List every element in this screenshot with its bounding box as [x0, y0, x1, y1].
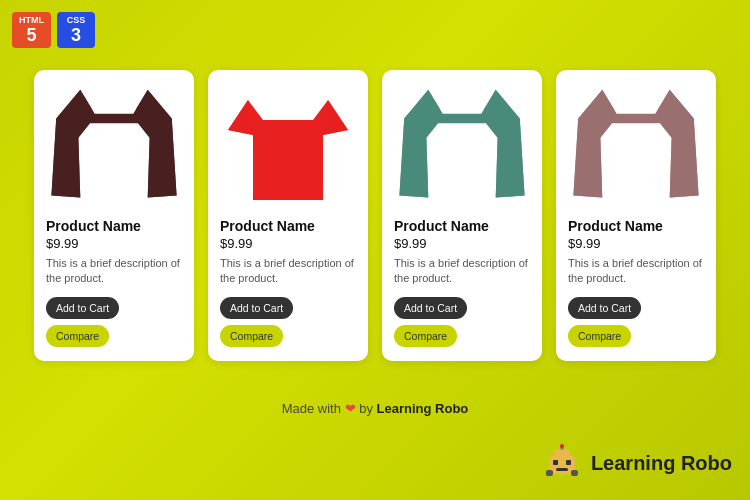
product-price: $9.99 — [46, 236, 79, 251]
robot-icon — [541, 442, 583, 484]
product-price: $9.99 — [220, 236, 253, 251]
product-actions: Add to Cart Compare — [220, 297, 356, 347]
product-grid: Product Name $9.99 This is a brief descr… — [0, 0, 750, 391]
by-text: by — [359, 401, 373, 416]
product-image — [568, 80, 704, 210]
product-price: $9.99 — [568, 236, 601, 251]
svg-rect-15 — [556, 468, 568, 471]
bottom-brand: Learning Robo — [541, 442, 732, 484]
html5-badge: HTML 5 — [12, 12, 51, 48]
product-image — [46, 80, 182, 210]
svg-marker-10 — [573, 90, 613, 198]
add-to-cart-button[interactable]: Add to Cart — [46, 297, 119, 319]
svg-rect-16 — [554, 449, 570, 459]
svg-marker-1 — [51, 90, 91, 198]
css-num: 3 — [71, 26, 81, 44]
product-card: Product Name $9.99 This is a brief descr… — [382, 70, 542, 361]
svg-rect-14 — [566, 460, 571, 465]
product-description: This is a brief description of the produ… — [568, 256, 704, 287]
add-to-cart-button[interactable]: Add to Cart — [394, 297, 467, 319]
compare-button[interactable]: Compare — [46, 325, 109, 347]
product-name: Product Name — [220, 218, 315, 234]
product-description: This is a brief description of the produ… — [220, 256, 356, 287]
product-name: Product Name — [46, 218, 141, 234]
css3-badge: CSS 3 — [57, 12, 95, 48]
made-with-text: Made with — [282, 401, 341, 416]
product-card: Product Name $9.99 This is a brief descr… — [34, 70, 194, 361]
compare-button[interactable]: Compare — [220, 325, 283, 347]
product-image — [220, 80, 356, 210]
add-to-cart-button[interactable]: Add to Cart — [568, 297, 641, 319]
product-price: $9.99 — [394, 236, 427, 251]
product-actions: Add to Cart Compare — [394, 297, 530, 347]
product-description: This is a brief description of the produ… — [46, 256, 182, 287]
product-image — [394, 80, 530, 210]
add-to-cart-button[interactable]: Add to Cart — [220, 297, 293, 319]
svg-marker-8 — [484, 90, 524, 198]
bottom-brand-text: Learning Robo — [591, 452, 732, 475]
svg-point-20 — [560, 444, 564, 448]
footer-credit: Made with ❤ by Learning Robo — [0, 391, 750, 436]
product-card: Product Name $9.99 This is a brief descr… — [208, 70, 368, 361]
svg-marker-2 — [136, 90, 176, 198]
compare-button[interactable]: Compare — [568, 325, 631, 347]
svg-marker-11 — [658, 90, 698, 198]
heart-icon: ❤ — [345, 401, 360, 416]
product-actions: Add to Cart Compare — [46, 297, 182, 347]
footer-brand: Learning Robo — [377, 401, 469, 416]
svg-rect-19 — [571, 470, 578, 476]
product-name: Product Name — [394, 218, 489, 234]
product-name: Product Name — [568, 218, 663, 234]
svg-rect-18 — [546, 470, 553, 476]
product-card: Product Name $9.99 This is a brief descr… — [556, 70, 716, 361]
product-actions: Add to Cart Compare — [568, 297, 704, 347]
compare-button[interactable]: Compare — [394, 325, 457, 347]
header-badges: HTML 5 CSS 3 — [12, 12, 95, 48]
product-description: This is a brief description of the produ… — [394, 256, 530, 287]
html-num: 5 — [26, 26, 36, 44]
svg-rect-13 — [553, 460, 558, 465]
svg-marker-7 — [399, 90, 439, 198]
